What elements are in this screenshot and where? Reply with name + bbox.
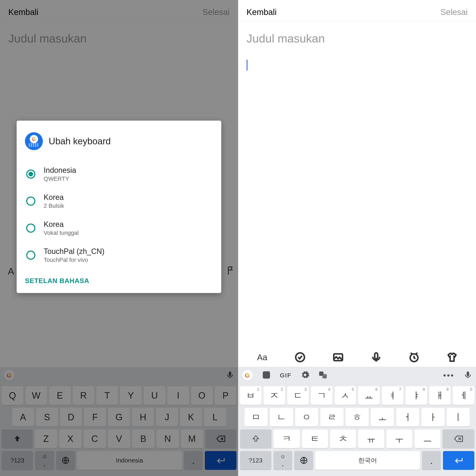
- option-subtitle: QWERTY: [44, 175, 76, 182]
- more-icon[interactable]: •••: [443, 371, 454, 380]
- option-title: Indonesia: [44, 166, 76, 175]
- keyboard-option[interactable]: Korea2 Bulsik: [25, 187, 213, 215]
- keyboard-option[interactable]: IndonesiaQWERTY: [25, 161, 213, 187]
- svg-text:文: 文: [320, 372, 323, 375]
- sticker-icon[interactable]: [262, 371, 271, 380]
- note-body[interactable]: [238, 47, 476, 348]
- key-ㅑ[interactable]: ㅑ8: [406, 386, 427, 405]
- spacebar[interactable]: 한국어: [315, 451, 420, 470]
- checklist-icon[interactable]: [294, 351, 306, 363]
- key-ㅗ[interactable]: ㅗ: [371, 408, 394, 426]
- done-button[interactable]: Selesai: [441, 7, 468, 17]
- globe-key[interactable]: [294, 451, 313, 470]
- svg-point-7: [267, 374, 268, 375]
- option-subtitle: Vokal tunggal: [44, 230, 79, 236]
- key-ㅈ[interactable]: ㅈ2: [263, 386, 285, 405]
- key-ㅅ[interactable]: ㅅ5: [335, 386, 356, 405]
- radio-button[interactable]: [26, 223, 35, 233]
- shift-key[interactable]: [240, 429, 272, 448]
- suggestion-bar: G GIF 文A •••: [238, 367, 476, 384]
- google-icon[interactable]: G: [242, 370, 253, 381]
- tshirt-icon[interactable]: [446, 351, 458, 363]
- modal-overlay[interactable]: G Ubah keyboard IndonesiaQWERTYKorea2 Bu…: [0, 0, 238, 476]
- option-title: Korea: [44, 193, 64, 202]
- key-ㅜ[interactable]: ㅜ: [386, 429, 412, 448]
- key-ㄱ[interactable]: ㄱ4: [311, 386, 333, 405]
- option-subtitle: TouchPal for vivo: [44, 257, 104, 263]
- right-screenshot: Kembali Selesai Judul masukan Aa G GIF 文…: [238, 0, 476, 476]
- key-ㅇ[interactable]: ㅇ: [295, 408, 318, 426]
- emoji-key[interactable]: ☺,: [273, 451, 292, 470]
- language-settings-button[interactable]: SETELAN BAHASA: [25, 277, 213, 285]
- key-ㄴ[interactable]: ㄴ: [270, 408, 293, 426]
- left-screenshot: Kembali Selesai Judul masukan A G QWERTY…: [0, 0, 238, 476]
- svg-rect-3: [375, 353, 378, 359]
- key-ㅊ[interactable]: ㅊ: [330, 429, 356, 448]
- key-ㅛ[interactable]: ㅛ6: [358, 386, 380, 405]
- settings-icon[interactable]: [301, 371, 309, 380]
- key-ㅏ[interactable]: ㅏ: [421, 408, 445, 426]
- gboard-icon: G: [25, 132, 43, 150]
- key-ㅌ[interactable]: ㅌ: [302, 429, 328, 448]
- period-key[interactable]: .: [422, 451, 441, 470]
- numeric-key[interactable]: ?123: [240, 451, 271, 470]
- svg-text:A: A: [323, 375, 326, 378]
- key-ㅠ[interactable]: ㅠ: [358, 429, 384, 448]
- svg-point-6: [265, 374, 266, 375]
- keyboard-switch-dialog: G Ubah keyboard IndonesiaQWERTYKorea2 Bu…: [17, 121, 221, 293]
- image-icon[interactable]: [332, 351, 344, 363]
- radio-button[interactable]: [26, 197, 35, 206]
- translate-icon[interactable]: 文A: [319, 371, 327, 380]
- key-ㅕ[interactable]: ㅕ7: [382, 386, 403, 405]
- option-title: Korea: [44, 220, 79, 229]
- svg-rect-5: [263, 372, 270, 378]
- enter-key[interactable]: [443, 451, 474, 470]
- key-ㅓ[interactable]: ㅓ: [396, 408, 419, 426]
- dialog-title: Ubah keyboard: [49, 136, 111, 146]
- key-ㄹ[interactable]: ㄹ: [320, 408, 343, 426]
- keyboard-right: ㅂ1ㅈ2ㄷ3ㄱ4ㅅ5ㅛ6ㅕ7ㅑ8ㅐ9ㅔ0 ㅁㄴㅇㄹㅎㅗㅓㅏㅣ ㅋㅌㅊㅠㅜㅡ ?1…: [238, 384, 476, 476]
- key-ㅡ[interactable]: ㅡ: [414, 429, 441, 448]
- radio-button[interactable]: [26, 170, 35, 179]
- option-subtitle: 2 Bulsik: [44, 203, 64, 209]
- reminder-icon[interactable]: [408, 351, 420, 363]
- key-ㅣ[interactable]: ㅣ: [447, 408, 470, 426]
- header: Kembali Selesai: [238, 0, 476, 21]
- key-ㅋ[interactable]: ㅋ: [274, 429, 300, 448]
- note-toolbar: Aa: [238, 348, 476, 367]
- back-button[interactable]: Kembali: [247, 7, 277, 17]
- key-ㄷ[interactable]: ㄷ3: [287, 386, 309, 405]
- mic-icon[interactable]: [463, 371, 472, 380]
- key-ㅔ[interactable]: ㅔ0: [453, 386, 474, 405]
- text-cursor: [247, 60, 247, 70]
- key-ㅐ[interactable]: ㅐ9: [429, 386, 451, 405]
- gif-button[interactable]: GIF: [280, 372, 291, 379]
- key-ㅎ[interactable]: ㅎ: [346, 408, 369, 426]
- radio-button[interactable]: [26, 251, 35, 260]
- title-input[interactable]: Judul masukan: [238, 21, 476, 47]
- option-title: TouchPal (zh_CN): [44, 247, 104, 256]
- backspace-key[interactable]: [442, 429, 474, 448]
- keyboard-option[interactable]: KoreaVokal tunggal: [25, 215, 213, 242]
- key-ㅂ[interactable]: ㅂ1: [240, 386, 262, 405]
- text-format-button[interactable]: Aa: [256, 351, 268, 363]
- key-ㅁ[interactable]: ㅁ: [245, 408, 268, 426]
- voice-icon[interactable]: [370, 351, 382, 363]
- keyboard-option[interactable]: TouchPal (zh_CN)TouchPal for vivo: [25, 242, 213, 269]
